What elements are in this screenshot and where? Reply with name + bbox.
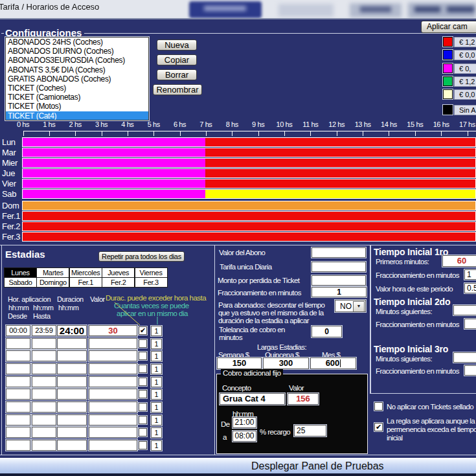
estadia-desde-field[interactable] [6,350,30,361]
estadias-tab-sabado[interactable]: Sabado [4,277,37,288]
veces-field[interactable]: 1 [151,440,162,451]
config-list-item[interactable]: ABONATS 3,5€ DIA (Coches) [6,65,148,74]
estadia-valor-field[interactable]: 30 [89,325,137,336]
estadia-duracion-field[interactable] [57,350,87,361]
estadia-desde-field[interactable] [6,414,30,425]
mes-field[interactable]: 600 [310,357,356,369]
estadia-duracion-field[interactable] [57,389,87,400]
estadias-tab-fer1[interactable]: Fer.1 [69,277,102,288]
veces-field[interactable]: 1 [151,351,162,361]
estadia-hasta-field[interactable] [32,363,56,374]
config-list-item[interactable]: TICKET (Motos) [6,102,148,111]
desplegar-panel-button[interactable]: Desplegar Panel de Pruebas [0,458,476,473]
exceder-hora-checkbox[interactable] [139,428,147,436]
estadias-tab-martes[interactable]: Martes [36,267,69,278]
repeat-all-days-button[interactable]: Repetir para todos los dias [98,251,185,262]
exceder-hora-checkbox[interactable]: ✔ [139,326,147,335]
estadia-valor-field[interactable] [89,350,137,361]
config-list-item[interactable]: GRATIS ABONADOS (Coches) [6,74,148,84]
estadia-hasta-field[interactable] [32,389,56,400]
estadia-valor-field[interactable] [89,414,137,425]
tiempo-inicial-field[interactable]: 1 [464,269,476,280]
config-borrar-button[interactable]: Borrar [157,69,197,80]
estadia-desde-field[interactable] [6,427,30,438]
config-renombrar-button[interactable]: Renombrar [153,84,202,95]
veces-field[interactable]: 1 [151,389,162,400]
day-row-vier[interactable] [22,179,476,188]
exceder-hora-checkbox[interactable] [139,441,147,449]
veces-field[interactable]: 1 [151,326,162,336]
no-aplicar-tickets-checkbox[interactable] [374,402,383,411]
day-row-fer2[interactable] [22,221,476,231]
exceder-hora-checkbox[interactable] [139,403,147,411]
config-list-item[interactable]: ABONADOS DIURNO (Coches) [6,47,148,56]
veces-field[interactable]: 1 [151,339,162,349]
estadia-duracion-field[interactable] [57,414,87,425]
regla-aplicara-checkbox[interactable]: ✔ [374,423,383,431]
tiempo-inicial-field[interactable]: 0.5 [464,283,476,293]
estadias-tab-viernes[interactable]: Viernes [135,267,168,278]
day-row-mar[interactable] [22,148,476,157]
estadia-duracion-field[interactable] [57,440,87,451]
legend-color-swatch[interactable] [443,50,453,60]
estadia-hasta-field[interactable] [32,350,56,361]
concepto-field[interactable]: Grua Cat 4 [220,393,285,405]
exceder-hora-checkbox[interactable] [139,365,147,373]
config-list-item[interactable]: ABONADOS3EUROSDIA (Coches) [6,56,148,65]
exceder-hora-checkbox[interactable] [139,339,147,348]
day-row-mier[interactable] [22,158,476,168]
estadia-duracion-field[interactable] [57,376,87,387]
tiempo-inicial-field[interactable] [464,365,476,376]
config-nueva-button[interactable]: Nueva [157,40,197,51]
veces-field[interactable]: 1 [151,364,162,374]
day-row-dom[interactable] [22,201,476,210]
legend-color-swatch[interactable] [443,37,453,47]
chevron-down-icon[interactable]: ▼ [353,301,365,312]
config-copiar-button[interactable]: Copiar [157,54,197,65]
estadia-hasta-field[interactable] [32,338,56,349]
de-field[interactable]: 21:00 [232,417,256,428]
veces-field[interactable]: 1 [151,415,162,425]
estadia-hasta-field[interactable] [32,414,56,425]
cobro-valor-field[interactable]: 156 [288,393,319,405]
a-field[interactable]: 08:00 [232,431,256,442]
estadia-duracion-field[interactable]: 24:00 [57,325,87,336]
tarifa-unica-field[interactable] [312,262,366,272]
legend-color-swatch[interactable] [443,76,453,86]
config-list-item[interactable]: TICKET (Coches) [6,84,148,93]
estadia-hasta-field[interactable] [32,427,56,438]
estadia-duracion-field[interactable] [57,402,87,413]
estadia-valor-field[interactable] [89,402,137,413]
estadias-tab-miercoles[interactable]: Miercoles [69,267,102,278]
estadia-valor-field[interactable] [89,440,137,451]
legend-no-access-swatch[interactable] [443,105,453,115]
tiempo-inicial-field[interactable] [453,305,476,315]
estadia-valor-field[interactable] [89,376,137,387]
tolerancia-field[interactable]: 0 [312,326,342,337]
estadia-desde-field[interactable]: 00:00 [6,325,30,336]
monto-perdida-field[interactable] [312,275,366,286]
estadia-valor-field[interactable] [89,427,137,438]
apply-changes-button[interactable]: Aplicar cam [421,21,476,33]
estadia-hasta-field[interactable]: 23:59 [32,325,56,336]
estadia-hasta-field[interactable] [32,440,56,451]
recargo-field[interactable]: 25 [294,425,326,436]
day-row-lun[interactable] [22,137,476,147]
estadias-tab-jueves[interactable]: Jueves [102,267,135,278]
fraccionamiento-field[interactable]: 1 [312,287,367,297]
tiempo-inicial-field[interactable]: 60 [442,255,476,267]
estadia-desde-field[interactable] [6,376,30,387]
estadias-tab-fer3[interactable]: Fer.3 [135,277,168,288]
estadias-tab-domingo[interactable]: Domingo [36,277,69,288]
abonados-descontar-dropdown[interactable]: NO ▼ [335,300,366,312]
estadia-desde-field[interactable] [6,440,30,451]
legend-color-swatch[interactable] [443,89,453,99]
day-row-fer1[interactable] [22,211,476,221]
estadias-tab-fer2[interactable]: Fer.2 [102,277,135,288]
exceder-hora-checkbox[interactable] [139,390,147,398]
config-list-item[interactable]: TICKET (Camionetas) [6,93,148,102]
estadia-valor-field[interactable] [89,338,137,349]
veces-field[interactable]: 1 [151,377,162,387]
day-row-sab[interactable] [22,189,476,199]
quincena-field[interactable]: 300 [263,357,309,369]
